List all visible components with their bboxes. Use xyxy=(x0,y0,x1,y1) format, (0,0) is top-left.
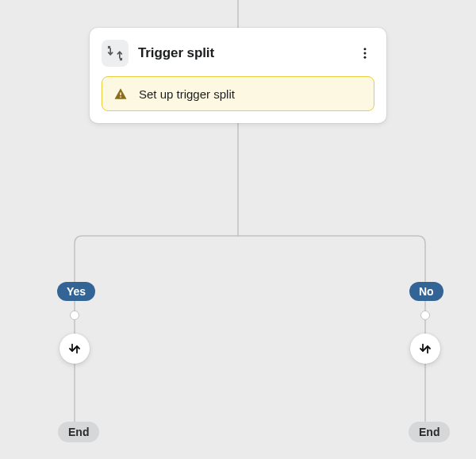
split-arrows-icon xyxy=(67,341,82,356)
split-arrows-icon xyxy=(418,341,432,356)
node-title: Trigger split xyxy=(138,45,214,61)
add-step-yes-button[interactable] xyxy=(60,334,90,364)
flow-canvas[interactable]: Trigger split Set up trigger split Yes N… xyxy=(0,0,476,459)
connector-dot xyxy=(420,310,430,320)
connector-dot xyxy=(70,310,79,320)
add-step-no-button[interactable] xyxy=(410,334,440,364)
branch-yes-end: End xyxy=(58,422,99,442)
more-vertical-icon[interactable] xyxy=(355,44,374,63)
svg-point-10 xyxy=(120,96,121,98)
branch-no-end: End xyxy=(409,422,450,442)
warning-icon xyxy=(113,87,128,101)
trigger-split-node[interactable]: Trigger split Set up trigger split xyxy=(90,28,386,123)
node-header: Trigger split xyxy=(102,40,374,67)
split-icon xyxy=(102,40,129,67)
svg-point-7 xyxy=(364,52,367,55)
branch-no-badge: No xyxy=(409,282,443,301)
warning-text: Set up trigger split xyxy=(139,87,235,101)
svg-rect-9 xyxy=(120,92,121,95)
branch-yes-badge: Yes xyxy=(57,282,95,301)
svg-point-6 xyxy=(364,48,367,50)
setup-warning[interactable]: Set up trigger split xyxy=(102,76,374,111)
svg-point-8 xyxy=(364,56,367,59)
